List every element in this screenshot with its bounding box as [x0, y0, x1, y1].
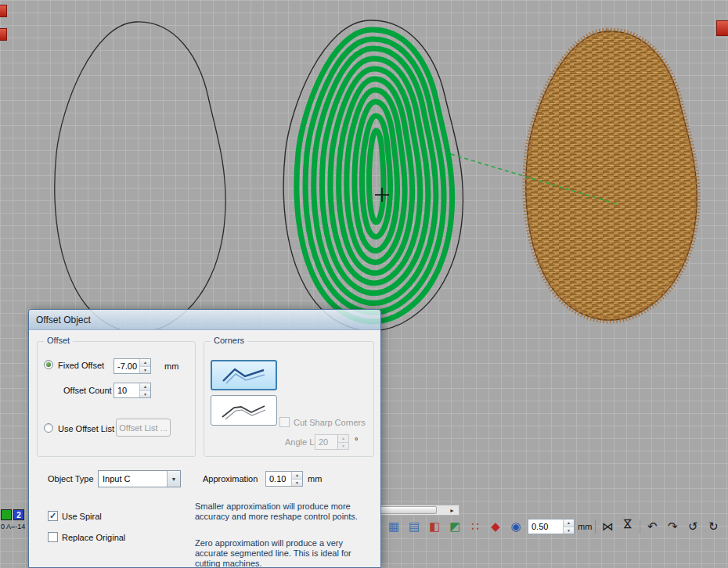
angle-limit-value: 20 [315, 435, 337, 449]
corners-group-label: Corners [211, 336, 247, 345]
spin-down-icon[interactable]: ▼ [140, 391, 150, 398]
fixed-offset-label: Fixed Offset [58, 361, 104, 370]
object-type-value: Input C [99, 471, 167, 487]
offset-count-spinner[interactable]: 10 ▲ ▼ [114, 383, 151, 398]
spin-up-icon: ▲ [338, 435, 348, 443]
fill-region-icon[interactable]: ◩ [446, 518, 463, 535]
cut-corner-icon [219, 401, 269, 421]
spin-up-icon[interactable]: ▲ [564, 519, 574, 527]
approximation-unit: mm [308, 474, 322, 484]
approximation-spinner[interactable]: 0.10 ▲ ▼ [265, 471, 303, 487]
spin-down-icon[interactable]: ▼ [140, 367, 150, 374]
offset-object-dialog: Offset Object Offset Fixed Offset -7.00 … [28, 309, 381, 568]
spin-up-icon[interactable]: ▲ [140, 359, 150, 367]
zero-approximation-help-text: Zero approximation will produce a very a… [195, 538, 362, 567]
object-type-dropdown[interactable]: Input C ▼ [98, 470, 181, 487]
spin-down-icon: ▼ [338, 443, 348, 450]
use-offset-list-label: Use Offset List [58, 424, 114, 433]
sharp-corner-icon [219, 365, 269, 386]
color-pair-icon[interactable]: ◉ [507, 518, 524, 535]
corners-group: Corners Cut Sharp Corners Angle Limit 20 [204, 341, 374, 457]
fixed-offset-value: -7.00 [114, 359, 139, 373]
grid-icon[interactable]: ▦ [385, 518, 402, 535]
approximation-help-text: Smaller approximation will produce more … [195, 501, 362, 522]
left-toolbar-partial-icon[interactable] [0, 5, 7, 17]
dialog-titlebar[interactable]: Offset Object [29, 310, 380, 330]
color-chip-blue[interactable]: 2 [13, 509, 24, 520]
left-toolbar-partial-icon-2[interactable] [0, 28, 7, 41]
spin-up-icon[interactable]: ▲ [292, 472, 302, 480]
embroidery-app-canvas: { "colors": { "spiral_green": "#00a33c",… [0, 0, 728, 568]
skew-left-icon[interactable]: ↶ [643, 518, 661, 535]
offset-group-label: Offset [44, 336, 73, 345]
s-curve-icon[interactable]: ∿ [725, 518, 728, 535]
skew-right-icon[interactable]: ↷ [664, 518, 681, 535]
checkmark-icon: ✓ [49, 511, 56, 520]
spinner-buttons: ▲ ▼ [139, 383, 150, 397]
rotate-ccw-icon[interactable]: ↺ [684, 518, 701, 535]
scrollbar-right-arrow-icon[interactable]: ► [446, 505, 458, 515]
spinner-buttons: ▲ ▼ [291, 472, 302, 486]
outline-shape-left[interactable] [55, 22, 225, 333]
stitch-width-spinner[interactable]: 0.50 ▲ ▼ [528, 519, 575, 534]
offset-group: Offset Fixed Offset -7.00 ▲ ▼ mm Offset … [37, 341, 196, 457]
replace-original-checkbox[interactable] [48, 532, 58, 542]
offset-count-label: Offset Count [63, 386, 112, 395]
toolbar-separator [595, 519, 596, 534]
stitch-points-icon[interactable]: ∷ [467, 518, 484, 535]
cut-sharp-corners-label: Cut Sharp Corners [294, 418, 366, 427]
color-chip-green[interactable] [1, 509, 12, 520]
offset-list-button: Offset List ... [116, 419, 171, 437]
chevron-down-icon[interactable]: ▼ [167, 471, 180, 487]
use-offset-list-radio[interactable] [44, 423, 53, 433]
use-spiral-label: Use Spiral [62, 512, 102, 521]
spin-down-icon[interactable]: ▼ [564, 527, 574, 534]
fixed-offset-radio[interactable] [44, 360, 53, 369]
right-toolbar-partial-icon[interactable] [716, 20, 728, 36]
approximation-label: Approximation [203, 474, 258, 484]
spin-down-icon[interactable]: ▼ [292, 480, 302, 487]
rotate-cw-icon[interactable]: ↻ [705, 518, 722, 535]
cut-corner-button[interactable] [211, 395, 277, 426]
spiral-rings [297, 30, 452, 322]
toolbar-separator-2 [640, 519, 640, 534]
spin-up-icon[interactable]: ▲ [140, 383, 150, 391]
spinner-buttons: ▲ ▼ [563, 519, 574, 534]
angle-limit-spinner: 20 ▲ ▼ [315, 434, 349, 450]
dialog-title: Offset Object [36, 315, 91, 325]
pattern-grid-icon[interactable]: ▤ [405, 518, 423, 535]
flip-horizontal-icon[interactable]: ⋈ [599, 518, 616, 535]
use-spiral-checkbox[interactable]: ✓ [48, 511, 58, 521]
dialog-body: Offset Fixed Offset -7.00 ▲ ▼ mm Offset … [29, 330, 380, 567]
bottom-toolbar: ▦ ▤ ◧ ◩ ∷ ◆ ◉ 0.50 ▲ ▼ mm ⋈ ⋈ ↶ ↷ ↺ ↻ ∿ [385, 517, 728, 536]
object-type-label: Object Type [48, 474, 94, 484]
cut-sharp-corners-checkbox [279, 417, 290, 427]
approximation-value: 0.10 [266, 472, 291, 486]
status-coordinates: 0 A=-14 [1, 523, 25, 530]
stitch-width-value: 0.50 [528, 519, 563, 534]
angle-limit-unit: ° [355, 436, 358, 445]
fixed-offset-spinner[interactable]: -7.00 ▲ ▼ [114, 358, 151, 374]
fixed-offset-unit: mm [164, 361, 178, 371]
node-edit-icon[interactable]: ◧ [426, 518, 443, 535]
flip-vertical-icon[interactable]: ⋈ [619, 518, 636, 535]
spiral-offset-shape[interactable] [283, 20, 463, 331]
spinner-buttons: ▲ ▼ [139, 359, 150, 373]
red-node-icon[interactable]: ◆ [487, 518, 504, 535]
spinner-buttons: ▲ ▼ [337, 435, 348, 449]
offset-count-value: 10 [114, 383, 139, 397]
sharp-corner-button[interactable] [211, 360, 277, 390]
stitched-fill-shape[interactable] [526, 31, 697, 320]
crosshair-cursor [375, 188, 389, 202]
width-unit-label: mm [578, 522, 592, 531]
replace-original-label: Replace Original [62, 533, 125, 542]
